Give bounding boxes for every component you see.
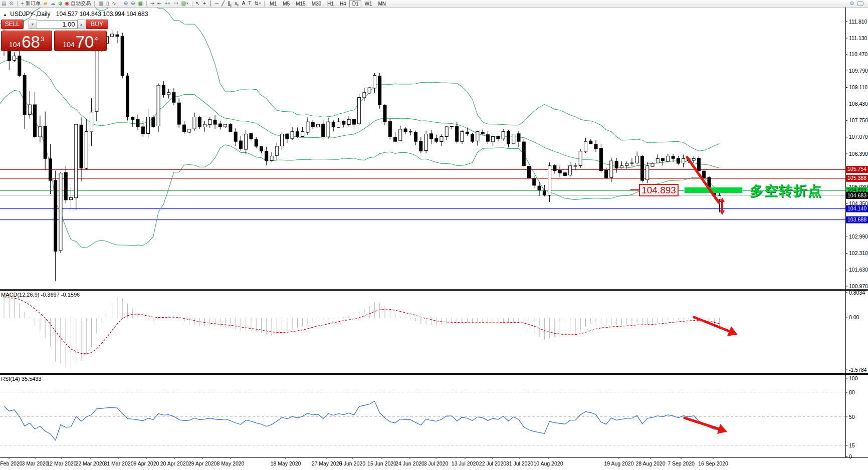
candle[interactable]	[255, 140, 258, 146]
candle[interactable]	[34, 105, 37, 136]
charts-window-icon[interactable]: ▤	[0, 1, 8, 7]
candle[interactable]	[363, 93, 366, 98]
candle[interactable]	[347, 119, 350, 124]
fibonacci-icon[interactable]: ≡F	[233, 1, 241, 7]
timeframe-m1-button[interactable]: M1	[267, 0, 280, 8]
volume-input[interactable]	[37, 20, 77, 29]
timeframe-m15-button[interactable]: M15	[293, 0, 308, 8]
candle[interactable]	[281, 134, 284, 146]
candle[interactable]	[589, 141, 592, 144]
candle[interactable]	[476, 132, 479, 141]
text-label-icon[interactable]: T	[247, 1, 253, 7]
candle[interactable]	[553, 165, 556, 170]
candle[interactable]	[620, 166, 623, 168]
zoom-in-icon[interactable]: ⊕	[122, 1, 129, 7]
candle[interactable]	[517, 134, 520, 141]
crosshair-icon[interactable]: +	[201, 1, 207, 7]
add-indicator-icon[interactable]: +▾	[163, 1, 171, 7]
tile-windows-icon[interactable]: ▦	[136, 1, 144, 7]
chat-icon[interactable]	[855, 1, 868, 7]
auto-scroll-icon[interactable]: ⇥	[149, 1, 156, 7]
arrows-icon[interactable]: ⇅▾	[253, 1, 262, 7]
candle[interactable]	[522, 142, 525, 166]
buy-price-panel[interactable]: 104 70 4	[54, 31, 107, 51]
candle[interactable]	[131, 117, 134, 119]
candle[interactable]	[85, 132, 88, 168]
candle[interactable]	[471, 135, 474, 142]
candle[interactable]	[198, 118, 201, 127]
candle[interactable]	[28, 105, 31, 115]
period-clock-icon[interactable]: ◔▾	[171, 1, 180, 7]
sell-price-panel[interactable]: 104 68 3	[1, 31, 52, 51]
candle[interactable]	[208, 119, 211, 124]
candle[interactable]	[692, 158, 695, 160]
candle[interactable]	[667, 156, 670, 161]
candle[interactable]	[162, 85, 165, 95]
candle[interactable]	[75, 124, 78, 198]
candle[interactable]	[23, 75, 26, 114]
candle[interactable]	[435, 139, 438, 141]
gold-icon[interactable]: ▰	[42, 1, 49, 7]
candle[interactable]	[116, 35, 119, 37]
candle[interactable]	[574, 166, 577, 166]
buy-button[interactable]: BUY	[86, 20, 108, 29]
candle[interactable]	[419, 141, 422, 151]
candle[interactable]	[718, 195, 721, 199]
candle[interactable]	[296, 132, 299, 137]
timeframe-h4-button[interactable]: H4	[337, 0, 349, 8]
candle[interactable]	[486, 135, 489, 141]
candle[interactable]	[234, 132, 237, 141]
candle[interactable]	[59, 173, 62, 251]
candle[interactable]	[409, 132, 412, 132]
community-icon[interactable]: ☁	[49, 1, 57, 7]
candle[interactable]	[429, 134, 432, 139]
candle[interactable]	[492, 136, 495, 142]
candle[interactable]	[301, 132, 304, 137]
candle[interactable]	[682, 158, 685, 163]
candle[interactable]	[414, 132, 417, 142]
candle[interactable]	[383, 105, 386, 122]
candle[interactable]	[445, 127, 448, 137]
candle[interactable]	[245, 134, 248, 149]
timeframe-h1-button[interactable]: H1	[324, 0, 337, 8]
candle[interactable]	[337, 122, 340, 127]
candle[interactable]	[327, 122, 330, 137]
candle[interactable]	[662, 158, 665, 161]
candle[interactable]	[635, 156, 638, 163]
candle[interactable]	[322, 124, 325, 136]
candle[interactable]	[528, 166, 531, 178]
candle[interactable]	[182, 125, 185, 132]
candle[interactable]	[152, 118, 155, 127]
candle[interactable]	[579, 151, 582, 166]
candle[interactable]	[54, 180, 57, 251]
candle[interactable]	[286, 134, 289, 139]
vertical-line-icon[interactable]: │	[207, 1, 213, 7]
candle[interactable]	[121, 37, 124, 76]
candle[interactable]	[95, 49, 98, 112]
candle[interactable]	[172, 93, 175, 103]
candle[interactable]	[548, 166, 551, 195]
channel-icon[interactable]: ∥E	[226, 1, 233, 7]
candle[interactable]	[368, 88, 371, 93]
candle[interactable]	[599, 148, 602, 171]
candle[interactable]	[512, 134, 515, 144]
candle[interactable]	[64, 172, 67, 200]
candle[interactable]	[126, 76, 129, 117]
candle[interactable]	[342, 122, 345, 124]
candlestick-chart-icon[interactable]: ▯	[105, 1, 111, 7]
candle[interactable]	[219, 124, 222, 127]
candle[interactable]	[203, 124, 206, 127]
candle[interactable]	[80, 125, 83, 168]
candle[interactable]	[316, 124, 319, 127]
candle[interactable]	[157, 85, 160, 126]
timeframe-m30-button[interactable]: M30	[309, 0, 324, 8]
sell-button[interactable]: SELL	[1, 20, 24, 29]
candle[interactable]	[605, 170, 608, 178]
candle[interactable]	[275, 146, 278, 155]
candle[interactable]	[141, 127, 144, 134]
collapse-panel-icon[interactable]: ▲	[3, 13, 7, 17]
candle[interactable]	[49, 159, 52, 180]
candle[interactable]	[507, 131, 510, 144]
candle[interactable]	[111, 34, 114, 37]
candle[interactable]	[502, 132, 505, 139]
